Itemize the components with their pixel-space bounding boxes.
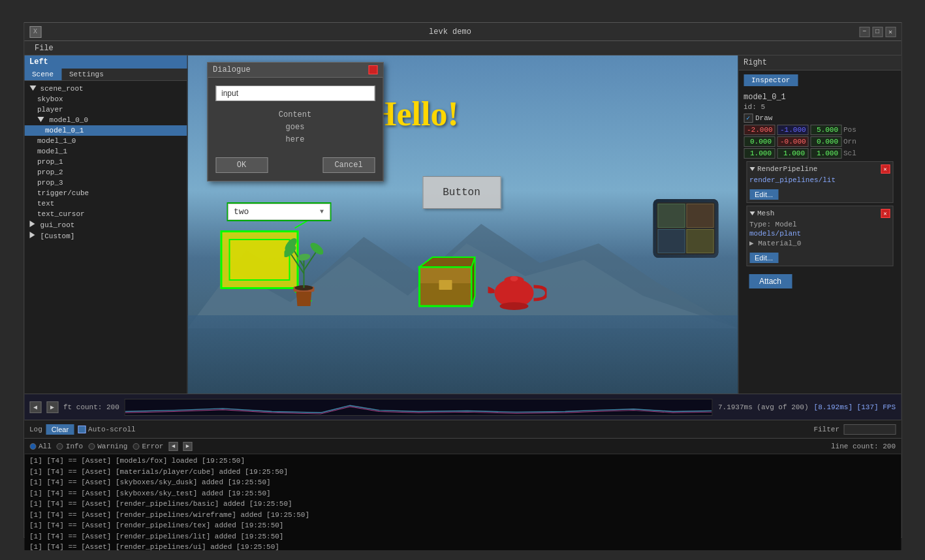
- tree-label: model_1_0: [37, 137, 76, 145]
- dialogue-title-text: Dialogue: [213, 65, 251, 74]
- dialogue-cancel-button[interactable]: Cancel: [322, 157, 375, 173]
- draw-checkbox[interactable]: ✓: [744, 114, 753, 123]
- render-pipeline-remove-button[interactable]: ✕: [881, 164, 890, 174]
- log-line: [1] [T4] == [Asset] [render_pipelines/wi…: [29, 510, 896, 521]
- log-panel: Log Clear Auto-scroll Filter All Info Wa…: [24, 420, 901, 550]
- profiler-timing: 7.1937ms (avg of 200): [718, 403, 809, 411]
- log-content: [1] [T4] == [Asset] [models/fox] loaded …: [24, 454, 901, 550]
- orn-row: 0.000 -0.000 0.000 Orn: [744, 136, 896, 147]
- mesh-type: Type: Model: [749, 221, 890, 228]
- log-label: Log: [29, 426, 42, 433]
- tab-settings[interactable]: Settings: [61, 69, 112, 80]
- filter-info-label: Info: [66, 443, 83, 450]
- maximize-button[interactable]: □: [872, 27, 883, 37]
- tree-item-prop-2[interactable]: prop_2: [24, 167, 187, 178]
- dialogue-input[interactable]: [215, 86, 375, 101]
- ui-button[interactable]: Button: [422, 176, 501, 209]
- profiler-prev-button[interactable]: ◀: [29, 401, 41, 413]
- tree-item-scene-root[interactable]: scene_root: [24, 84, 187, 94]
- autoscroll-checkbox[interactable]: [78, 426, 86, 433]
- scl-y[interactable]: 1.000: [777, 148, 808, 159]
- render-pipeline-edit-button[interactable]: Edit...: [749, 189, 778, 200]
- entity-name: model_0_1: [744, 93, 896, 102]
- tree-item-trigger-cube[interactable]: trigger/cube: [24, 188, 187, 198]
- filter-info[interactable]: Info: [57, 443, 83, 450]
- dialogue-body: Content goes here OK Cancel: [208, 78, 383, 181]
- dialogue-content-line3: here: [215, 134, 375, 146]
- tree-label: prop_2: [37, 168, 63, 176]
- mesh-title: Mesh: [757, 210, 774, 217]
- filter-warning[interactable]: Warning: [88, 443, 127, 450]
- menu-bar: File: [24, 41, 901, 55]
- scl-z[interactable]: 1.000: [810, 148, 841, 159]
- mesh-group: Mesh ✕ Type: Model models/plant ▶ Materi…: [746, 206, 893, 266]
- expand-icon: [29, 86, 36, 91]
- svg-line-6: [304, 251, 317, 270]
- tree-item-text[interactable]: text: [24, 198, 187, 209]
- mesh-remove-button[interactable]: ✕: [881, 209, 890, 218]
- mesh-edit-button[interactable]: Edit...: [749, 253, 778, 263]
- dialogue-content: Content goes here: [215, 109, 375, 147]
- pos-x[interactable]: -2.000: [744, 125, 775, 135]
- render-pipeline-expand-icon: [749, 167, 755, 171]
- plant-svg: [284, 234, 323, 306]
- pos-z[interactable]: 5.000: [810, 125, 841, 135]
- right-panel-header: Right: [738, 55, 901, 70]
- mesh-expand-icon: [749, 211, 755, 215]
- filter-label: Filter: [813, 426, 839, 433]
- tree-item-model-0-1[interactable]: model_0_1: [24, 125, 187, 136]
- filter-error[interactable]: Error: [133, 443, 163, 450]
- log-line: [1] [T4] == [Asset] [models/fox] loaded …: [29, 456, 896, 467]
- left-panel: Left Scene Settings scene_root skybox pl…: [24, 55, 187, 394]
- tree-item-prop-3[interactable]: prop_3: [24, 178, 187, 188]
- log-line: [1] [T4] == [Asset] [render_pipelines/li…: [29, 531, 896, 542]
- tree-item-text-cursor[interactable]: text_cursor: [24, 209, 187, 219]
- dropdown-arrow-icon: ▼: [320, 208, 324, 215]
- minimize-button[interactable]: −: [859, 27, 870, 37]
- dialogue-ok-button[interactable]: OK: [215, 157, 268, 173]
- chest-object: [416, 254, 481, 315]
- log-autoscroll-control: Auto-scroll: [78, 426, 136, 433]
- log-prev-button[interactable]: ◀: [168, 442, 178, 451]
- tree-label: model_0_0: [50, 116, 88, 124]
- scl-x[interactable]: 1.000: [744, 148, 775, 159]
- filter-error-label: Error: [142, 443, 163, 450]
- filter-all[interactable]: All: [29, 443, 52, 450]
- inspector-section: model_0_1 id: 5 ✓ Draw -2.000 -1.000 5.0…: [738, 90, 901, 296]
- pos-label: Pos: [843, 126, 856, 134]
- close-button[interactable]: ✕: [885, 27, 896, 37]
- tree-item-prop-1[interactable]: prop_1: [24, 157, 187, 167]
- render-pipeline-title: RenderPipeline: [757, 165, 817, 173]
- tree-label: text: [37, 200, 54, 208]
- inspector-tab[interactable]: Inspector: [744, 74, 798, 86]
- log-clear-button[interactable]: Clear: [46, 424, 74, 435]
- profiler-sparkline: [125, 399, 712, 415]
- tree-item-custom[interactable]: [Custom]: [24, 230, 187, 241]
- tree-label: [Custom]: [40, 232, 75, 240]
- orn-y[interactable]: -0.000: [777, 136, 808, 147]
- attach-button[interactable]: Attach: [749, 274, 792, 288]
- orn-x[interactable]: 0.000: [744, 136, 775, 147]
- svg-marker-17: [471, 257, 475, 306]
- tab-scene[interactable]: Scene: [24, 69, 61, 80]
- log-line-count: line count: 200: [831, 443, 896, 450]
- filter-input[interactable]: [843, 424, 896, 435]
- dialogue-close-button[interactable]: [368, 65, 377, 74]
- dropdown-inner[interactable]: two ▼: [228, 204, 330, 220]
- mesh-material: ▶ Material_0: [749, 239, 890, 247]
- tree-item-model-1[interactable]: model_1: [24, 146, 187, 157]
- menu-file[interactable]: File: [29, 42, 59, 54]
- log-next-button[interactable]: ▶: [183, 442, 192, 451]
- draw-label: Draw: [755, 114, 772, 122]
- filter-error-radio: [133, 443, 139, 450]
- pos-y[interactable]: -1.000: [777, 125, 808, 135]
- tree-item-player[interactable]: player: [24, 104, 187, 115]
- tree-item-skybox[interactable]: skybox: [24, 94, 187, 104]
- tree-item-model-0-0[interactable]: model_0_0: [24, 115, 187, 125]
- tree-item-model-1-0[interactable]: model_1_0: [24, 136, 187, 146]
- orn-z[interactable]: 0.000: [810, 136, 841, 147]
- tree-item-gui-root[interactable]: gui_root: [24, 219, 187, 230]
- profiler-ft-count: ft count: 200: [63, 403, 119, 411]
- profiler-next-button[interactable]: ▶: [46, 401, 58, 413]
- log-line: [1] [T4] == [Asset] [render_pipelines/ui…: [29, 542, 896, 550]
